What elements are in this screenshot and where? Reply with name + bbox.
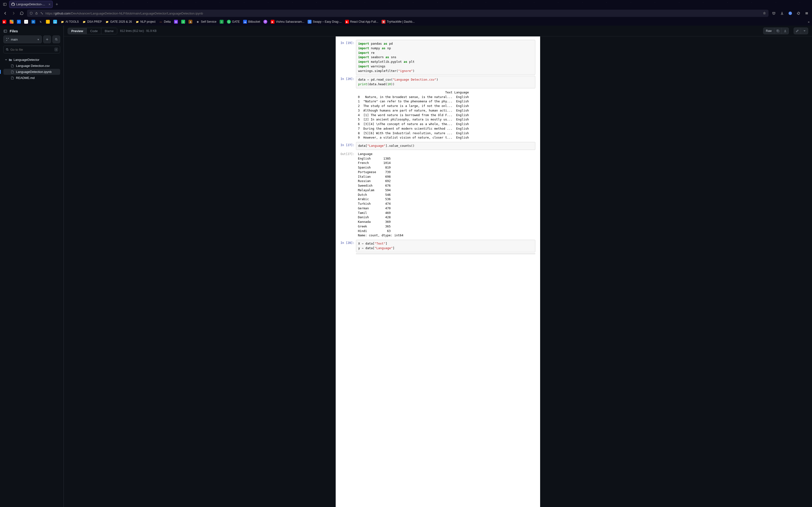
input-prompt: In [19]: (341, 40, 356, 75)
code-input: X = data["Text"] y = data["Language"] (356, 240, 535, 252)
tree-file[interactable]: Language Detection.csv (3, 63, 60, 69)
output-prompt: Out[27]: (341, 151, 356, 239)
file-stats: 812 lines (812 loc) · 91.9 KB (120, 29, 157, 33)
more-actions-button[interactable] (801, 27, 808, 34)
bookmarks-overflow-icon[interactable]: » (808, 20, 810, 24)
input-prompt: In [27]: (341, 142, 356, 150)
bookmark-item[interactable]: —Delta (159, 20, 170, 24)
bookmark-item[interactable]: 𝕏 (39, 20, 43, 24)
bookmark-item[interactable] (10, 20, 13, 24)
branch-selector[interactable]: main ▾ (3, 36, 42, 43)
code-cell: In [28]: X = data["Text"] y = data["Lang… (341, 240, 535, 252)
menu-icon[interactable] (804, 10, 810, 16)
tab-close-icon[interactable]: × (49, 2, 51, 6)
folder-open-icon (9, 58, 12, 62)
bookmark-item[interactable]: ☁ (53, 20, 57, 24)
bookmark-item[interactable]: ⊕Self Service (196, 20, 216, 24)
edit-button[interactable] (794, 27, 801, 34)
file-name: LanguageDetection.ipynb (16, 70, 51, 74)
bookmark-item[interactable]: GGATE (227, 20, 240, 24)
bookmark-item[interactable]: ○ (24, 20, 28, 24)
view-toggle: Preview Code Blame (68, 28, 117, 34)
code-output: Text Language 0 Nature, in the broadest … (356, 89, 535, 141)
files-header-label: Files (10, 29, 18, 33)
files-sidebar: Files main ▾ t LanguageDetector (0, 25, 64, 507)
browser-sidebar-toggle[interactable] (2, 1, 8, 7)
tree-file-active[interactable]: LanguageDetection.ipynb (3, 69, 60, 75)
bookmark-item[interactable]: P (263, 20, 267, 24)
back-button[interactable] (2, 10, 8, 16)
chevron-down-icon: ▾ (38, 38, 39, 41)
tab-bar: LanguageDetection-NLP/Langu… × + (0, 0, 812, 9)
bookmarks-bar: ▶ f ○ in 𝕏 ⚡ ☁ 📁AI TOOLS 📁DSA PREP 📁GATE… (0, 18, 812, 25)
url-bar[interactable]: https://github.com/DevAdvancer/LanguageD… (27, 10, 768, 17)
bookmark-folder[interactable]: 📁DSA PREP (82, 20, 102, 24)
forward-button[interactable] (11, 10, 16, 16)
edit-group (794, 27, 808, 34)
output-cell: Text Language 0 Nature, in the broadest … (341, 89, 535, 141)
bookmark-item[interactable]: ▶ (2, 20, 6, 24)
code-cell: In [27]: data["Language"].value_counts() (341, 142, 535, 150)
raw-button[interactable]: Raw (763, 27, 774, 34)
tree-folder[interactable]: LanguageDetector (3, 57, 60, 63)
svg-line-17 (8, 50, 8, 51)
downloads-icon[interactable] (779, 10, 785, 16)
code-input: data["Language"].value_counts() (356, 142, 535, 150)
code-cell: In [19]: import pandas as pd import nump… (341, 40, 535, 75)
svg-rect-18 (777, 30, 779, 32)
svg-rect-2 (36, 13, 38, 14)
notebook-wrapper[interactable]: In [19]: import pandas as pd import nump… (64, 37, 812, 507)
file-search[interactable]: t (3, 46, 60, 53)
bookmark-item[interactable]: ▲Bitbucket (243, 20, 260, 24)
bookmark-item[interactable]: ⊞ (174, 20, 178, 24)
bookmark-item[interactable]: ▶Vishnu Sahasranam... (271, 20, 304, 24)
new-tab-button[interactable]: + (54, 2, 60, 7)
copy-button[interactable] (774, 27, 781, 34)
browser-chrome: LanguageDetection-NLP/Langu… × + https:/… (0, 0, 812, 25)
input-prompt (341, 253, 356, 255)
page-content: Files main ▾ t LanguageDetector (0, 25, 812, 507)
code-input: import pandas as pd import numpy as np i… (356, 40, 535, 75)
panel-icon[interactable] (3, 29, 7, 33)
navigation-bar: https://github.com/DevAdvancer/LanguageD… (0, 9, 812, 18)
tab-preview[interactable]: Preview (68, 28, 87, 34)
lock-icon (35, 12, 38, 15)
tab-code[interactable]: Code (87, 28, 101, 34)
code-input: data = pd.read_csv("Language Detection.c… (356, 76, 535, 89)
bookmark-item[interactable]: ⚡ (46, 20, 50, 24)
tree-file[interactable]: README.md (3, 75, 60, 81)
url-text: https://github.com/DevAdvancer/LanguageD… (45, 12, 761, 15)
tab-blame[interactable]: Blame (101, 28, 117, 34)
bookmark-star-icon[interactable] (763, 12, 766, 15)
browser-tab-active[interactable]: LanguageDetection-NLP/Langu… × (9, 1, 53, 8)
bookmark-item[interactable]: f (17, 20, 21, 24)
input-prompt: In [20]: (341, 76, 356, 89)
folder-name: LanguageDetector (13, 58, 39, 62)
sidebar-controls: main ▾ (3, 36, 60, 43)
bookmark-item[interactable]: || (220, 20, 223, 24)
file-view: Preview Code Blame 812 lines (812 loc) ·… (64, 25, 812, 507)
reload-button[interactable] (19, 10, 24, 16)
bookmark-item[interactable]: in (32, 20, 35, 24)
chevron-down-icon (5, 59, 7, 61)
search-button[interactable] (52, 36, 60, 43)
bookmark-item[interactable]: SSwapy – Easy Drag-... (308, 20, 342, 24)
output-cell: Out[27]: Language English 1385 French 10… (341, 151, 535, 239)
bookmark-item[interactable]: ▶React Chat App Full... (345, 20, 378, 24)
download-button[interactable] (781, 27, 789, 34)
bookmark-folder[interactable]: 📁GATE 2025 & 26 (105, 20, 132, 24)
pocket-icon[interactable] (771, 10, 777, 16)
bookmark-folder[interactable]: 📁NLP project (135, 20, 155, 24)
file-name: README.md (16, 76, 35, 80)
account-icon[interactable] (788, 10, 793, 16)
add-file-button[interactable] (43, 36, 51, 43)
bookmark-item[interactable]: ⬢TryHackMe | Dashb... (382, 20, 414, 24)
bookmark-item[interactable]: ♟ (189, 20, 192, 24)
file-tree: LanguageDetector Language Detection.csv … (3, 57, 60, 81)
bookmark-folder[interactable]: 📁AI TOOLS (60, 20, 79, 24)
extensions-icon[interactable] (796, 10, 801, 16)
file-search-input[interactable] (10, 48, 53, 51)
bookmark-item[interactable]: ● (181, 20, 185, 24)
code-cell: In [20]: data = pd.read_csv("Language De… (341, 76, 535, 89)
raw-group: Raw (763, 27, 789, 34)
